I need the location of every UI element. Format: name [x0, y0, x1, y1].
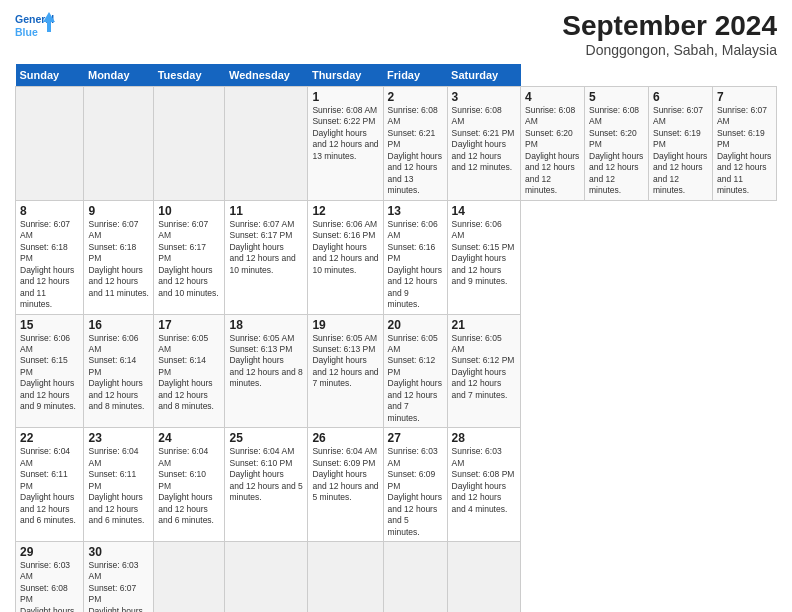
table-cell [16, 87, 84, 201]
table-cell: 3 Sunrise: 6:08 AMSunset: 6:21 PMDayligh… [447, 87, 520, 201]
col-monday: Monday [84, 64, 154, 87]
page-subtitle: Donggongon, Sabah, Malaysia [562, 42, 777, 58]
table-cell [383, 542, 447, 613]
day-info: Sunrise: 6:08 AMSunset: 6:21 PMDaylight … [388, 105, 443, 197]
day-number: 29 [20, 545, 79, 559]
table-cell: 23 Sunrise: 6:04 AMSunset: 6:11 PMDaylig… [84, 428, 154, 542]
day-info: Sunrise: 6:03 AMSunset: 6:08 PMDaylight … [452, 446, 516, 515]
calendar-table: Sunday Monday Tuesday Wednesday Thursday… [15, 64, 777, 612]
day-info: Sunrise: 6:08 AMSunset: 6:20 PMDaylight … [525, 105, 580, 197]
day-number: 11 [229, 204, 303, 218]
day-number: 26 [312, 431, 378, 445]
svg-text:Blue: Blue [15, 26, 38, 38]
day-info: Sunrise: 6:03 AMSunset: 6:07 PMDaylight … [88, 560, 149, 612]
day-number: 7 [717, 90, 772, 104]
day-number: 23 [88, 431, 149, 445]
day-info: Sunrise: 6:06 AMSunset: 6:16 PMDaylight … [388, 219, 443, 311]
day-info: Sunrise: 6:07 AMSunset: 6:17 PMDaylight … [229, 219, 303, 276]
day-number: 9 [88, 204, 149, 218]
calendar-header-row: Sunday Monday Tuesday Wednesday Thursday… [16, 64, 777, 87]
logo-icon: General Blue [15, 10, 55, 46]
day-number: 13 [388, 204, 443, 218]
day-info: Sunrise: 6:06 AMSunset: 6:16 PMDaylight … [312, 219, 378, 276]
day-number: 30 [88, 545, 149, 559]
day-info: Sunrise: 6:05 AMSunset: 6:14 PMDaylight … [158, 333, 220, 413]
table-cell: 2 Sunrise: 6:08 AMSunset: 6:21 PMDayligh… [383, 87, 447, 201]
table-cell: 24 Sunrise: 6:04 AMSunset: 6:10 PMDaylig… [154, 428, 225, 542]
table-cell: 22 Sunrise: 6:04 AMSunset: 6:11 PMDaylig… [16, 428, 84, 542]
table-cell [154, 542, 225, 613]
day-number: 22 [20, 431, 79, 445]
col-wednesday: Wednesday [225, 64, 308, 87]
day-info: Sunrise: 6:05 AMSunset: 6:12 PMDaylight … [452, 333, 516, 402]
table-cell: 9 Sunrise: 6:07 AMSunset: 6:18 PMDayligh… [84, 200, 154, 314]
day-number: 5 [589, 90, 644, 104]
table-cell: 28 Sunrise: 6:03 AMSunset: 6:08 PMDaylig… [447, 428, 520, 542]
day-info: Sunrise: 6:07 AMSunset: 6:19 PMDaylight … [653, 105, 708, 197]
day-info: Sunrise: 6:05 AMSunset: 6:12 PMDaylight … [388, 333, 443, 425]
day-number: 6 [653, 90, 708, 104]
table-cell: 18 Sunrise: 6:05 AMSunset: 6:13 PMDaylig… [225, 314, 308, 428]
day-number: 2 [388, 90, 443, 104]
table-cell: 11 Sunrise: 6:07 AMSunset: 6:17 PMDaylig… [225, 200, 308, 314]
col-sunday: Sunday [16, 64, 84, 87]
day-number: 12 [312, 204, 378, 218]
day-number: 25 [229, 431, 303, 445]
table-cell: 20 Sunrise: 6:05 AMSunset: 6:12 PMDaylig… [383, 314, 447, 428]
table-cell: 17 Sunrise: 6:05 AMSunset: 6:14 PMDaylig… [154, 314, 225, 428]
day-number: 1 [312, 90, 378, 104]
table-cell: 27 Sunrise: 6:03 AMSunset: 6:09 PMDaylig… [383, 428, 447, 542]
day-info: Sunrise: 6:03 AMSunset: 6:09 PMDaylight … [388, 446, 443, 538]
table-cell: 10 Sunrise: 6:07 AMSunset: 6:17 PMDaylig… [154, 200, 225, 314]
day-info: Sunrise: 6:04 AMSunset: 6:10 PMDaylight … [158, 446, 220, 526]
table-cell: 25 Sunrise: 6:04 AMSunset: 6:10 PMDaylig… [225, 428, 308, 542]
table-cell [225, 87, 308, 201]
page-title: September 2024 [562, 10, 777, 42]
table-cell: 12 Sunrise: 6:06 AMSunset: 6:16 PMDaylig… [308, 200, 383, 314]
day-number: 21 [452, 318, 516, 332]
calendar-row: 29 Sunrise: 6:03 AMSunset: 6:08 PMDaylig… [16, 542, 777, 613]
day-number: 19 [312, 318, 378, 332]
day-number: 20 [388, 318, 443, 332]
day-info: Sunrise: 6:06 AMSunset: 6:14 PMDaylight … [88, 333, 149, 413]
day-number: 16 [88, 318, 149, 332]
col-thursday: Thursday [308, 64, 383, 87]
day-info: Sunrise: 6:08 AMSunset: 6:22 PMDaylight … [312, 105, 378, 162]
day-info: Sunrise: 6:07 AMSunset: 6:18 PMDaylight … [88, 219, 149, 299]
table-cell [225, 542, 308, 613]
col-friday: Friday [383, 64, 447, 87]
calendar-row: 1 Sunrise: 6:08 AMSunset: 6:22 PMDayligh… [16, 87, 777, 201]
table-cell [154, 87, 225, 201]
day-number: 24 [158, 431, 220, 445]
calendar-row: 8 Sunrise: 6:07 AMSunset: 6:18 PMDayligh… [16, 200, 777, 314]
table-cell: 4 Sunrise: 6:08 AMSunset: 6:20 PMDayligh… [521, 87, 585, 201]
day-info: Sunrise: 6:04 AMSunset: 6:11 PMDaylight … [20, 446, 79, 526]
day-info: Sunrise: 6:03 AMSunset: 6:08 PMDaylight … [20, 560, 79, 612]
table-cell [447, 542, 520, 613]
table-cell: 15 Sunrise: 6:06 AMSunset: 6:15 PMDaylig… [16, 314, 84, 428]
col-saturday: Saturday [447, 64, 520, 87]
day-info: Sunrise: 6:07 AMSunset: 6:17 PMDaylight … [158, 219, 220, 299]
day-number: 8 [20, 204, 79, 218]
table-cell: 8 Sunrise: 6:07 AMSunset: 6:18 PMDayligh… [16, 200, 84, 314]
day-number: 17 [158, 318, 220, 332]
logo: General Blue [15, 10, 55, 46]
day-info: Sunrise: 6:08 AMSunset: 6:20 PMDaylight … [589, 105, 644, 197]
table-cell: 16 Sunrise: 6:06 AMSunset: 6:14 PMDaylig… [84, 314, 154, 428]
day-number: 3 [452, 90, 516, 104]
day-info: Sunrise: 6:05 AMSunset: 6:13 PMDaylight … [312, 333, 378, 390]
day-info: Sunrise: 6:06 AMSunset: 6:15 PMDaylight … [20, 333, 79, 413]
table-cell [308, 542, 383, 613]
day-info: Sunrise: 6:05 AMSunset: 6:13 PMDaylight … [229, 333, 303, 390]
day-number: 15 [20, 318, 79, 332]
day-number: 4 [525, 90, 580, 104]
day-number: 18 [229, 318, 303, 332]
day-info: Sunrise: 6:07 AMSunset: 6:19 PMDaylight … [717, 105, 772, 197]
title-block: September 2024 Donggongon, Sabah, Malays… [562, 10, 777, 58]
page-header: General Blue September 2024 Donggongon, … [15, 10, 777, 58]
table-cell: 1 Sunrise: 6:08 AMSunset: 6:22 PMDayligh… [308, 87, 383, 201]
table-cell: 13 Sunrise: 6:06 AMSunset: 6:16 PMDaylig… [383, 200, 447, 314]
table-cell: 5 Sunrise: 6:08 AMSunset: 6:20 PMDayligh… [585, 87, 649, 201]
day-info: Sunrise: 6:07 AMSunset: 6:18 PMDaylight … [20, 219, 79, 311]
table-cell [84, 87, 154, 201]
